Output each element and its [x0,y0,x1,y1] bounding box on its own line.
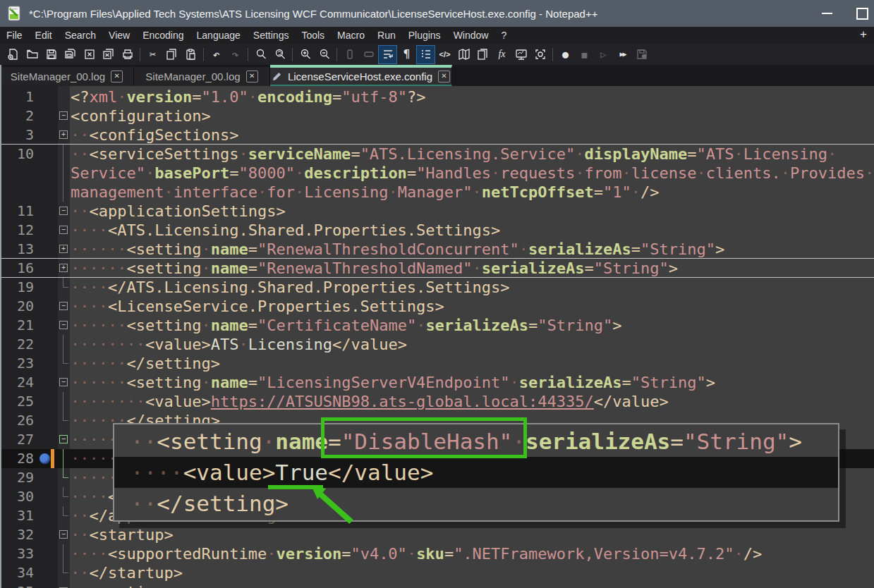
line-number: 13 [0,240,34,259]
fold-expand-icon[interactable]: + [59,130,68,139]
cut-icon[interactable]: ✂ [144,46,162,63]
line-number: 19 [0,278,34,297]
editor-line-20[interactable]: 20−····<LicenseService.Properties.Settin… [0,297,874,316]
menu-item-run[interactable]: Run [371,28,402,42]
editor-line-wrap[interactable]: management·interface·for·Licensing·Manag… [0,183,874,202]
editor-line-21[interactable]: 21−······<setting·name="CertificateName"… [0,316,874,335]
tab-label: SiteManager_00.log [11,71,105,82]
zoom-in-icon[interactable] [296,46,314,63]
editor-line-23[interactable]: 23······</setting> [0,354,874,373]
find-icon[interactable] [252,46,269,63]
bookmark-icon[interactable] [40,453,50,464]
editor-line-22[interactable]: 22········<value>ATS·Licensing</value> [0,335,874,354]
sync-horizontal-icon[interactable] [360,46,377,63]
macro-stop-icon[interactable]: ■ [576,46,593,63]
indent-guide-icon[interactable] [417,46,435,63]
editor-line-34[interactable]: 34··</startup> [0,563,874,582]
redo-icon[interactable]: ↷ [226,46,244,63]
close-icon[interactable]: ✕ [438,71,450,82]
plus-icon[interactable]: + [860,27,867,42]
monitoring-icon[interactable] [512,46,530,63]
menu-item-language[interactable]: Language [190,28,247,42]
menu-item-plugins[interactable]: Plugins [402,28,447,42]
code-text: ··<applicationSettings> [71,202,286,221]
editor-line-13[interactable]: 13+······<setting·name="RenewalThreshold… [0,240,874,259]
copy-icon[interactable] [163,46,181,63]
fold-collapse-icon[interactable]: − [59,321,68,329]
editor-pane[interactable]: 1<?xml·version="1.0"·encoding="utf-8"?>2… [0,86,874,588]
tab-2[interactable]: SiteManager_00.log✕ [134,67,270,86]
editor-line-wrap[interactable]: Service"·basePort="8000"·description="Ha… [0,164,874,183]
menu-item-tools[interactable]: Tools [295,28,331,42]
menu-item-settings[interactable]: Settings [247,28,296,42]
menu-item-[interactable]: ? [494,28,513,42]
editor-line-10[interactable]: 10··<serviceSettings·serviceName="ATS.Li… [0,145,874,164]
undo-icon[interactable]: ↶ [207,46,225,63]
sync-vertical-icon[interactable] [341,46,358,63]
editor-line-11[interactable]: 11−··<applicationSettings> [0,202,874,221]
editor-line-16[interactable]: 16+······<setting·name="RenewalThreshold… [0,259,874,278]
editor-line-19[interactable]: 19····</ATS.Licensing.Shared.Properties.… [0,278,874,297]
maximize-icon[interactable] [856,8,868,20]
fold-collapse-icon[interactable]: − [59,207,68,215]
tab-1[interactable]: SiteManager_00.log✕ [0,67,134,86]
code-text: ··<startup> [71,525,174,544]
fold-collapse-icon[interactable]: − [59,302,68,310]
new-file-icon[interactable] [4,46,22,63]
tab-3[interactable]: LicenseServiceHost.exe.config✕ [270,65,452,86]
editor-line-3[interactable]: 3+··<configSections> [0,125,874,145]
save-all-icon[interactable] [61,46,79,63]
minimize-icon[interactable] [822,13,832,14]
close-icon[interactable]: ✕ [246,71,258,82]
fold-collapse-icon[interactable]: − [59,530,68,539]
word-wrap-icon[interactable] [379,46,396,63]
fold-guide-end [63,563,63,573]
menu-item-window[interactable]: Window [447,28,495,42]
menu-item-view[interactable]: View [102,28,136,42]
macro-play-icon[interactable]: ▷ [595,46,612,63]
close-icon[interactable]: ✕ [111,71,123,82]
print-icon[interactable] [119,46,136,63]
editor-line-2[interactable]: 2−<configuration> [0,106,874,125]
close-all-icon[interactable] [99,46,117,63]
menu-item-file[interactable]: File [0,28,29,42]
code-tags-icon[interactable]: </> [436,46,454,63]
show-all-characters-icon[interactable]: ¶ [398,46,415,63]
replace-icon[interactable] [271,46,289,63]
code-text: ····<LicenseService.Properties.Settings> [71,297,444,316]
fold-expand-icon[interactable]: + [59,245,68,253]
document-map-icon[interactable] [455,46,473,63]
save-icon[interactable] [42,46,60,63]
fold-collapse-icon[interactable]: − [59,226,68,234]
editor-line-12[interactable]: 12−····<ATS.Licensing.Shared.Properties.… [0,221,874,240]
editor-line-32[interactable]: 32−··<startup> [0,525,874,544]
macro-record-icon[interactable]: ● [557,46,574,63]
snapshot-icon[interactable] [531,46,549,63]
paste-icon[interactable] [182,46,200,63]
close-icon[interactable] [80,46,98,63]
menu-item-edit[interactable]: Edit [29,28,59,42]
editor-line-35[interactable]: 35−··<runtime> [0,582,874,588]
macro-save-icon[interactable] [633,46,650,63]
fold-expand-icon[interactable]: + [59,264,68,272]
macro-run-multiple-icon[interactable]: ▶▶ [614,46,631,63]
zoomed-line: ····<value>True</value> [114,457,838,488]
zoomed-code-text: ··</setting> [131,488,289,519]
document-list-icon[interactable] [474,46,492,63]
code-text: ······<setting·name="RenewalThresholdCon… [71,240,724,259]
toolbar-separator [248,48,248,61]
fold-collapse-icon[interactable]: − [59,111,68,120]
menu-item-encoding[interactable]: Encoding [136,28,190,42]
fold-collapse-icon[interactable]: − [59,378,68,386]
editor-line-33[interactable]: 33····<supportedRuntime·version="v4.0"·s… [0,544,874,563]
editor-line-1[interactable]: 1<?xml·version="1.0"·encoding="utf-8"?> [0,87,874,106]
open-folder-icon[interactable] [23,46,41,63]
editor-line-25[interactable]: 25········<value>https://ATSUSNB98.ats-g… [0,392,874,411]
function-list-icon[interactable]: fx [493,46,511,63]
fold-collapse-icon[interactable]: − [59,435,68,443]
menu-item-macro[interactable]: Macro [331,28,371,42]
code-text: ······<setting·name="RenewalThresholdNam… [71,259,678,278]
zoom-out-icon[interactable] [315,46,333,63]
editor-line-24[interactable]: 24−······<setting·name="LicensingServerV… [0,373,874,392]
menu-item-search[interactable]: Search [59,28,102,42]
